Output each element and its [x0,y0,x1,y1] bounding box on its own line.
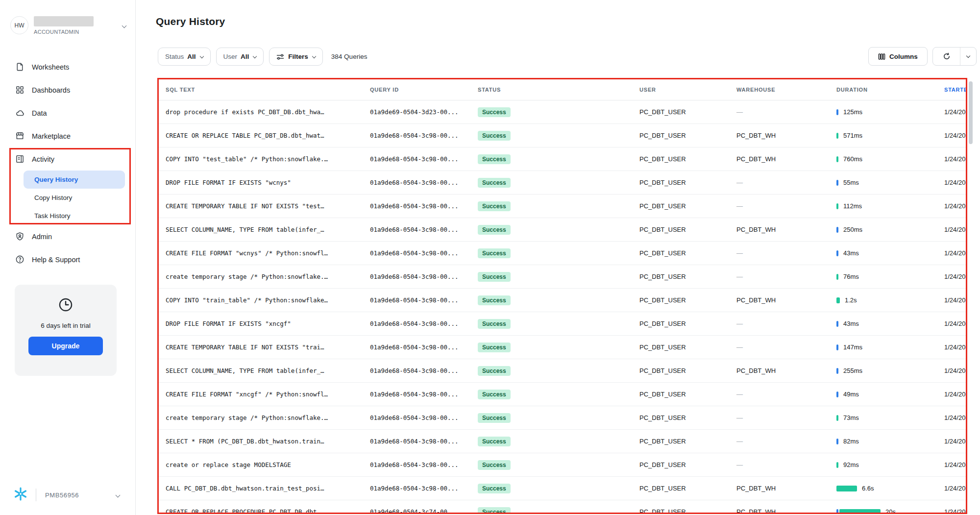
table-row[interactable]: COPY INTO "train_table" /* Python:snowfl… [158,289,966,312]
status-filter-value: All [187,53,196,60]
query-id-cell: 01a9de68-0504-3c98-00... [362,391,470,398]
sidebar-subitem-label: Task History [34,212,71,220]
table-row[interactable]: SELECT COLUMN_NAME, TYPE FROM table(infe… [158,218,966,242]
sql-text-cell: CREATE OR REPLACE TABLE PC_DBT_DB.dbt_hw… [158,132,362,139]
filters-button[interactable]: Filters [269,48,323,66]
scrollbar-thumb[interactable] [969,81,973,144]
table-row[interactable]: DROP FILE FORMAT IF EXISTS "wcnys"01a9de… [158,171,966,195]
table-row[interactable]: CREATE OR REPLACE PROCEDURE PC_DBT_DB.db… [158,500,966,513]
column-header-warehouse[interactable]: WAREHOUSE [729,87,829,93]
column-header-sql-text[interactable]: SQL TEXT [158,87,362,93]
table-row[interactable]: create temporary stage /* Python:snowfla… [158,406,966,430]
status-cell: Success [470,413,632,423]
status-filter[interactable]: Status All [158,48,211,66]
trial-card: 6 days left in trial Upgrade [15,285,117,376]
sidebar-item-query-history[interactable]: Query History [24,171,125,189]
column-header-query-id[interactable]: QUERY ID [362,87,470,93]
status-filter-label: Status [165,53,184,60]
duration-value: 760ms [843,155,862,163]
duration-value: 82ms [843,438,859,445]
chevron-down-icon [122,24,127,28]
filter-toolbar: Status All User All Filters 384 Queries [158,48,367,66]
table-row[interactable]: drop procedure if exists PC_DBT_DB.dbt_h… [158,100,966,124]
status-cell: Success [470,484,632,493]
query-id-cell: 01a9de68-0504-3c98-00... [362,273,470,280]
duration-value: 49ms [843,391,859,398]
status-cell: Success [470,107,632,117]
duration-value: 250ms [843,226,862,233]
warehouse-cell: — [729,202,829,210]
table-row[interactable]: DROP FILE FORMAT IF EXISTS "xncgf"01a9de… [158,312,966,336]
table-row[interactable]: CREATE FILE FORMAT "wcnys" /* Python:sno… [158,242,966,265]
duration-bar [836,486,857,491]
duration-bar [836,274,838,280]
column-header-duration[interactable]: DURATION [829,87,936,93]
warehouse-cell: PC_DBT_WH [729,226,829,233]
sidebar-item-data[interactable]: Data [0,101,136,124]
sql-text-cell: DROP FILE FORMAT IF EXISTS "wcnys" [158,179,362,186]
duration-value: 255ms [843,367,862,374]
duration-value: 76ms [843,273,859,280]
refresh-options-button[interactable] [960,48,976,65]
user-cell: PC_DBT_USER [632,320,729,327]
account-switcher[interactable]: HW ACCOUNTADMIN [10,16,126,38]
sidebar-item-help-support[interactable]: Help & Support [0,248,136,271]
sql-text-cell: COPY INTO "test_table" /* Python:snowfla… [158,155,362,163]
started-cell: 1/24/20 [936,226,966,233]
table-row[interactable]: CALL PC_DBT_DB.dbt_hwatson.train_test_po… [158,477,966,500]
sidebar-item-worksheets[interactable]: Worksheets [0,55,136,78]
table-row[interactable]: SELECT * FROM (PC_DBT_DB.dbt_hwatson.tra… [158,430,966,453]
table-row[interactable]: COPY INTO "test_table" /* Python:snowfla… [158,147,966,171]
warehouse-cell: PC_DBT_WH [729,367,829,374]
duration-bar [836,392,838,397]
user-cell: PC_DBT_USER [632,226,729,233]
query-id-cell: 01a9de68-0504-3c98-00... [362,296,470,304]
chevron-down-icon[interactable] [116,492,121,497]
table-row[interactable]: CREATE TEMPORARY TABLE IF NOT EXISTS "te… [158,195,966,218]
started-cell: 1/24/20 [936,320,966,327]
user-filter[interactable]: User All [216,48,264,66]
duration-value: 73ms [843,414,859,421]
user-filter-value: All [241,53,249,60]
column-header-started[interactable]: STARTED [936,87,966,93]
column-header-user[interactable]: USER [632,87,729,93]
table-row[interactable]: create or replace stage MODELSTAGE01a9de… [158,453,966,477]
user-cell: PC_DBT_USER [632,367,729,374]
duration-cell: 1.2s [829,296,936,304]
status-badge: Success [478,201,511,211]
table-row[interactable]: CREATE FILE FORMAT "xncgf" /* Python:sno… [158,383,966,406]
table-row[interactable]: SELECT COLUMN_NAME, TYPE FROM table(infe… [158,359,966,383]
query-id-cell: 01a9de68-0504-3c98-00... [362,202,470,210]
table-row[interactable]: CREATE TEMPORARY TABLE IF NOT EXISTS "tr… [158,336,966,359]
admin-icon [15,231,25,242]
sidebar-item-copy-history[interactable]: Copy History [24,189,125,207]
refresh-button[interactable] [933,48,960,65]
user-cell: PC_DBT_USER [632,249,729,257]
warehouse-cell: — [729,414,829,421]
columns-icon [878,53,885,60]
started-cell: 1/24/20 [936,179,966,186]
columns-button[interactable]: Columns [868,47,928,66]
sidebar-item-dashboards[interactable]: Dashboards [0,78,136,101]
sidebar-item-admin[interactable]: Admin [0,225,136,248]
table-header-row: SQL TEXTQUERY IDSTATUSUSERWAREHOUSEDURAT… [158,79,966,100]
sidebar-item-marketplace[interactable]: Marketplace [0,124,136,147]
duration-bar [836,462,838,468]
table-row[interactable]: CREATE OR REPLACE TABLE PC_DBT_DB.dbt_hw… [158,124,966,147]
footer-divider [36,489,36,501]
column-header-status[interactable]: STATUS [470,87,632,93]
upgrade-button[interactable]: Upgrade [28,337,103,355]
table-scrollbar[interactable] [969,80,973,511]
table-row[interactable]: create temporary stage /* Python:snowfla… [158,265,966,289]
user-cell: PC_DBT_USER [632,343,729,351]
status-badge: Success [478,248,511,258]
sidebar-item-task-history[interactable]: Task History [24,207,125,225]
page-title: Query History [156,16,225,27]
duration-bar [836,415,838,421]
account-id[interactable]: PMB56956 [45,491,116,499]
status-badge: Success [478,107,511,117]
sidebar-item-activity[interactable]: Activity [0,147,136,171]
status-cell: Success [470,390,632,399]
started-cell: 1/24/20 [936,508,966,513]
duration-cell: 112ms [829,202,936,210]
